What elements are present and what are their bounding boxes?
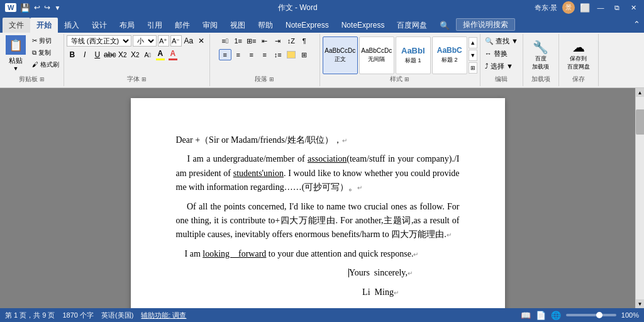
right-scrollbar[interactable]: ▲ ▼	[635, 88, 644, 308]
view-web-icon[interactable]: 🌐	[551, 311, 561, 320]
paragraph-intro[interactable]: I am a undergraduate/member of associati…	[176, 152, 460, 194]
tab-search[interactable]: 操作说明搜索	[456, 18, 515, 31]
paragraph-points[interactable]: Of all the points concerned, I'd like to…	[176, 200, 460, 242]
styles-scroll-up-button[interactable]: ▲	[469, 37, 477, 48]
paragraph-dear[interactable]: Dear +（Sir or Madam/friends/姓名/职位），↵	[176, 133, 460, 147]
tab-help-icon[interactable]: 🔍	[433, 18, 456, 33]
shading-button[interactable]	[285, 49, 297, 60]
font-size-increase-button[interactable]: A⁺	[158, 35, 169, 47]
font-row1: 等线 (西文正文) 小四 A⁺ A⁻ Aa ✕	[67, 35, 207, 47]
font-family-select[interactable]: 等线 (西文正文)	[67, 35, 131, 47]
save-cloud-button[interactable]: ☁ 保存到百度网盘	[562, 38, 596, 73]
cut-button[interactable]: ✂ 剪切	[30, 35, 61, 47]
styles-scroll-down-button[interactable]: ▼	[469, 50, 477, 61]
style-item-h1[interactable]: AaBbI 标题 1	[396, 36, 431, 74]
scrollbar-down-button[interactable]: ▼	[636, 299, 645, 308]
paste-label: 粘贴	[9, 56, 23, 65]
tab-help[interactable]: 帮助	[252, 18, 279, 33]
find-button[interactable]: 🔍 查找 ▼	[483, 35, 520, 47]
scrollbar-track[interactable]	[636, 97, 645, 299]
paragraph-closing[interactable]: Yours sincerely,↵	[302, 266, 460, 280]
redo-icon[interactable]: ↪	[44, 3, 50, 12]
styles-expand-icon[interactable]: ⊞	[404, 76, 409, 82]
zoom-slider[interactable]	[566, 314, 616, 316]
clear-format-button[interactable]: ✕	[196, 35, 207, 47]
paragraph-forward[interactable]: I am looking forward to your due attenti…	[176, 247, 460, 261]
tab-review[interactable]: 审阅	[196, 18, 224, 33]
underline-button[interactable]: U	[92, 49, 103, 60]
text-effect-button[interactable]: A⃝	[142, 49, 153, 60]
format-painter-button[interactable]: 🖌 格式刷	[30, 59, 61, 70]
accessibility[interactable]: 辅助功能: 调查	[141, 311, 186, 320]
addins-button[interactable]: 🔧 百度加载项	[526, 38, 556, 73]
multilevel-button[interactable]: ⊞≡	[245, 35, 258, 47]
tab-baidupan[interactable]: 百度网盘	[391, 18, 433, 33]
ribbon-display-icon[interactable]: ⬜	[580, 3, 590, 13]
undo-icon[interactable]: ↩	[34, 3, 40, 12]
tab-noteexpress2[interactable]: NoteExpress	[335, 18, 391, 33]
style-item-normal[interactable]: AaBbCcDc 正文	[323, 36, 358, 74]
tab-noteexpress1[interactable]: NoteExpress	[279, 18, 335, 33]
decrease-indent-button[interactable]: ⇤	[258, 35, 271, 47]
show-marks-button[interactable]: ¶	[298, 35, 311, 47]
paste-dropdown-icon[interactable]: ▼	[13, 65, 19, 72]
border-button[interactable]: ⊞	[298, 49, 311, 60]
tab-references[interactable]: 引用	[141, 18, 169, 33]
zoom-handle[interactable]	[596, 312, 602, 318]
line-spacing-button[interactable]: ↕≡	[272, 49, 284, 60]
scrollbar-up-button[interactable]: ▲	[636, 88, 645, 97]
paragraph-empty1[interactable]: ↵	[176, 304, 460, 308]
tab-mailings[interactable]: 邮件	[169, 18, 196, 33]
view-layout-icon[interactable]: 📄	[536, 311, 546, 320]
numbering-button[interactable]: 1≡	[232, 35, 245, 47]
style-item-h2[interactable]: AaBbC 标题 2	[432, 36, 467, 74]
styles-expand-button[interactable]: ⊞	[469, 62, 477, 74]
clipboard-content: 📋 粘贴 ▼ ✂ 剪切 ⧉ 复制 🖌 格式刷	[3, 35, 61, 75]
bullets-button[interactable]: ≡⃝	[219, 35, 231, 47]
more-icon[interactable]: ▼	[54, 4, 60, 11]
doc-scroll[interactable]: Dear +（Sir or Madam/friends/姓名/职位），↵ I a…	[0, 88, 635, 308]
align-center-button[interactable]: ≡	[232, 49, 245, 60]
superscript-button[interactable]: X2	[130, 49, 141, 60]
justify-button[interactable]: ≡	[258, 49, 271, 60]
minimize-button[interactable]: —	[595, 2, 606, 13]
font-color-button[interactable]: A	[167, 49, 179, 60]
para-expand-icon[interactable]: ⊞	[269, 76, 274, 82]
strikethrough-button[interactable]: abc	[104, 49, 116, 60]
paragraph-signature[interactable]: Li Ming↵	[302, 286, 460, 299]
tab-home[interactable]: 开始	[30, 18, 58, 33]
scrollbar-thumb[interactable]	[636, 109, 645, 135]
group-paragraph: ≡⃝ 1≡ ⊞≡ ⇤ ⇥ ↕Z ¶ ≡ ≡ ≡ ≡ ↕≡ ⊞ 段落	[210, 34, 320, 86]
tab-insert[interactable]: 插入	[58, 18, 86, 33]
collapse-ribbon-button[interactable]: ⌃	[630, 17, 644, 31]
doc-page[interactable]: Dear +（Sir or Madam/friends/姓名/职位），↵ I a…	[131, 98, 505, 308]
close-button[interactable]: ✕	[628, 2, 639, 13]
tab-file[interactable]: 文件	[3, 18, 30, 33]
align-right-button[interactable]: ≡	[245, 49, 258, 60]
copy-button[interactable]: ⧉ 复制	[30, 47, 61, 58]
font-size-decrease-button[interactable]: A⁻	[170, 35, 182, 47]
tab-view[interactable]: 视图	[224, 18, 252, 33]
restore-button[interactable]: ⧉	[611, 2, 623, 13]
clipboard-expand-icon[interactable]: ⊞	[40, 76, 45, 82]
save-icon[interactable]: 💾	[20, 3, 30, 13]
paste-button[interactable]: 📋 粘贴 ▼	[3, 35, 29, 72]
highlight-button[interactable]: A	[155, 49, 166, 60]
change-case-button[interactable]: Aa	[183, 35, 194, 47]
view-read-icon[interactable]: 📖	[521, 311, 531, 320]
bold-button[interactable]: B	[67, 49, 78, 60]
tab-design[interactable]: 设计	[86, 18, 113, 33]
align-left-button[interactable]: ≡	[219, 49, 231, 60]
para-controls: ≡⃝ 1≡ ⊞≡ ⇤ ⇥ ↕Z ¶ ≡ ≡ ≡ ≡ ↕≡ ⊞	[219, 35, 311, 75]
tab-layout[interactable]: 布局	[113, 18, 141, 33]
italic-button[interactable]: I	[79, 49, 91, 60]
select-button[interactable]: ⤴ 选择 ▼	[483, 60, 520, 72]
replace-button[interactable]: ↔ 替换	[483, 48, 520, 59]
font-expand-icon[interactable]: ⊞	[142, 76, 147, 82]
increase-indent-button[interactable]: ⇥	[272, 35, 284, 47]
subscript-button[interactable]: X2	[117, 49, 128, 60]
style-item-nospace[interactable]: AaBbCcDc 无间隔	[359, 36, 394, 74]
font-size-select[interactable]: 小四	[133, 35, 157, 47]
sort-button[interactable]: ↕Z	[285, 35, 297, 47]
language: 英语(美国)	[101, 311, 133, 320]
